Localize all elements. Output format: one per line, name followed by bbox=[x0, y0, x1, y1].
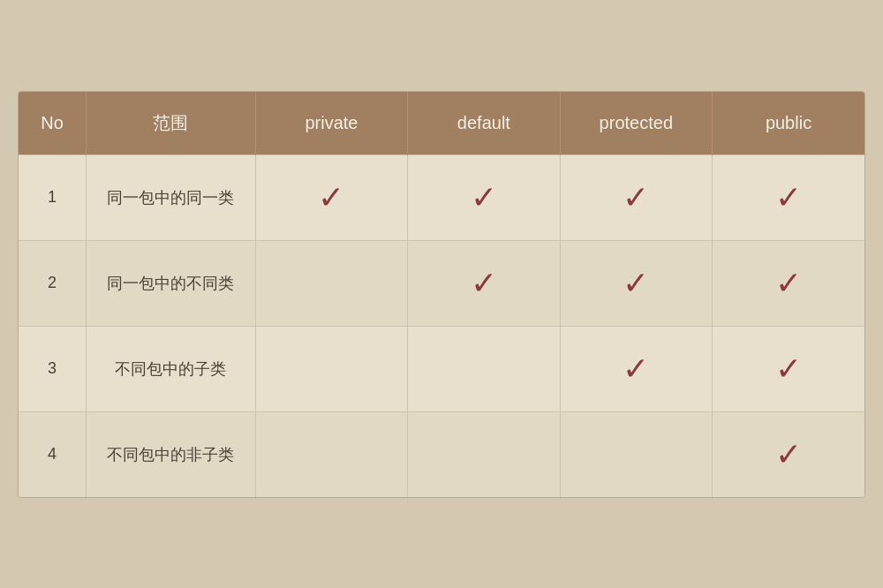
cell-row2-protected: ✓ bbox=[560, 240, 712, 326]
header-scope: 范围 bbox=[87, 92, 256, 155]
header-no: No bbox=[19, 92, 87, 155]
check-icon-row1-private: ✓ bbox=[318, 182, 344, 214]
header-public: public bbox=[713, 92, 864, 155]
check-icon-row3-public: ✓ bbox=[775, 353, 802, 385]
cell-row4-private bbox=[255, 411, 407, 497]
check-icon-row3-protected: ✓ bbox=[623, 353, 649, 385]
cell-row1-no: 1 bbox=[19, 155, 87, 240]
cell-row2-default: ✓ bbox=[408, 240, 560, 326]
cell-row4-scope: 不同包中的非子类 bbox=[87, 411, 256, 497]
cell-row4-no: 4 bbox=[19, 411, 87, 497]
cell-row2-scope: 同一包中的不同类 bbox=[87, 240, 256, 326]
table-row: 1同一包中的同一类✓✓✓✓ bbox=[19, 155, 864, 240]
cell-row1-default: ✓ bbox=[408, 155, 560, 240]
cell-row3-default bbox=[408, 326, 560, 411]
cell-row4-default bbox=[408, 411, 560, 497]
check-icon-row2-default: ✓ bbox=[471, 268, 497, 299]
check-icon-row2-public: ✓ bbox=[775, 268, 802, 299]
check-icon-row2-protected: ✓ bbox=[623, 268, 649, 299]
cell-row3-scope: 不同包中的子类 bbox=[87, 326, 256, 411]
cell-row2-private bbox=[255, 240, 407, 326]
cell-row4-public: ✓ bbox=[713, 411, 864, 497]
table-row: 2同一包中的不同类✓✓✓ bbox=[19, 240, 864, 326]
check-icon-row1-public: ✓ bbox=[775, 182, 802, 214]
header-protected: protected bbox=[560, 92, 712, 155]
table-row: 4不同包中的非子类✓ bbox=[19, 411, 864, 497]
cell-row3-protected: ✓ bbox=[560, 326, 712, 411]
header-default: default bbox=[408, 92, 560, 155]
access-modifier-table: No 范围 private default protected public 1… bbox=[18, 91, 865, 498]
check-icon-row4-public: ✓ bbox=[775, 439, 802, 471]
cell-row1-protected: ✓ bbox=[560, 155, 712, 240]
check-icon-row1-protected: ✓ bbox=[623, 182, 649, 214]
cell-row2-no: 2 bbox=[19, 240, 87, 326]
check-icon-row1-default: ✓ bbox=[471, 182, 497, 214]
cell-row4-protected bbox=[560, 411, 712, 497]
table-header-row: No 范围 private default protected public bbox=[19, 92, 864, 155]
cell-row3-private bbox=[255, 326, 407, 411]
table-row: 3不同包中的子类✓✓ bbox=[19, 326, 864, 411]
cell-row1-private: ✓ bbox=[255, 155, 407, 240]
cell-row2-public: ✓ bbox=[713, 240, 864, 326]
cell-row3-no: 3 bbox=[19, 326, 87, 411]
cell-row3-public: ✓ bbox=[713, 326, 864, 411]
cell-row1-scope: 同一包中的同一类 bbox=[87, 155, 256, 240]
header-private: private bbox=[255, 92, 407, 155]
cell-row1-public: ✓ bbox=[713, 155, 864, 240]
